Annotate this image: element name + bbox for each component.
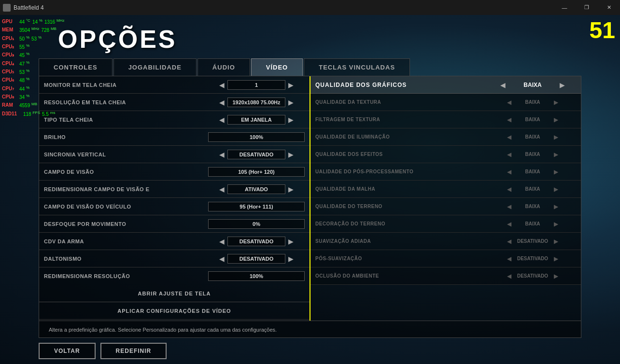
left-setting-row: MONITOR EM TELA CHEIA◀1▶ [39, 76, 310, 94]
right-setting-label: QUALIDADE DA MALHA [315, 186, 489, 192]
reset-button[interactable]: REDEFINIR [100, 343, 167, 359]
close-button[interactable]: ✕ [598, 0, 620, 15]
setting-next-button[interactable]: ▶ [285, 151, 296, 158]
right-setting-prev-button[interactable]: ◀ [505, 99, 513, 106]
right-setting-prev-button[interactable]: ◀ [505, 116, 513, 123]
right-setting-value-text: DESATIVADO [513, 238, 552, 244]
left-setting-value-box: ◀DESATIVADO▶ [208, 254, 305, 264]
setting-value-text: 105 (Hor+ 120) [208, 167, 305, 177]
setting-next-button[interactable]: ▶ [285, 238, 296, 245]
right-setting-label: QUALIDADE DOS EFEITOS [315, 152, 489, 157]
right-setting-value-text: BAIXA [513, 169, 552, 174]
setting-prev-button[interactable]: ◀ [216, 238, 227, 245]
left-setting-value-box: ◀DESATIVADO▶ [208, 150, 305, 159]
right-setting-value-text: BAIXA [513, 204, 552, 209]
hint-text: Altera a predefinição gráfica. Selecione… [44, 323, 282, 336]
setting-prev-button[interactable]: ◀ [216, 81, 227, 89]
left-setting-row: REDIMENSIONAR CAMPO DE VISÃO E◀ATIVADO▶ [39, 181, 310, 198]
left-setting-label: BRILHO [44, 134, 208, 140]
right-setting-next-button[interactable]: ▶ [552, 168, 560, 175]
gpu-mhz: 1316 MHz [44, 18, 64, 26]
setting-next-button[interactable]: ▶ [285, 81, 296, 89]
back-button[interactable]: VOLTAR [39, 343, 96, 359]
right-setting-next-button[interactable]: ▶ [552, 186, 560, 193]
restore-button[interactable]: ❐ [576, 0, 598, 15]
right-setting-row: QUALIDADE DA TEXTURA◀BAIXA▶ [310, 94, 581, 111]
cpu3-val: 45 % [19, 51, 29, 59]
right-setting-prev-button[interactable]: ◀ [505, 134, 513, 140]
tab-video[interactable]: VÍDEO [251, 58, 303, 76]
right-setting-value-box: ◀DESATIVADO▶ [489, 273, 576, 280]
cpu4-val: 47 % [19, 60, 29, 68]
right-setting-label: SUAVIZAÇÃO ADIADA [315, 238, 489, 244]
setting-next-button[interactable]: ▶ [285, 255, 296, 263]
window-title: Battlefield 4 [14, 4, 553, 11]
right-setting-next-button[interactable]: ▶ [552, 203, 560, 210]
right-setting-prev-button[interactable]: ◀ [505, 255, 513, 262]
tab-audio[interactable]: ÁUDIO [197, 58, 250, 76]
tab-jogabilidade[interactable]: JOGABILIDADE [113, 58, 197, 76]
left-setting-label: CAMPO DE VISÃO [44, 169, 208, 175]
tabs-bar: CONTROLES JOGABILIDADE ÁUDIO VÍDEO TECLA… [39, 58, 581, 76]
right-setting-next-button[interactable]: ▶ [552, 151, 560, 158]
setting-prev-button[interactable]: ◀ [216, 116, 227, 124]
left-setting-value-box: 100% [208, 132, 305, 142]
hw-monitor: GPU 44 °C 14 % 1316 MHz MEM 3504 MHz 728… [0, 17, 66, 119]
right-setting-prev-button[interactable]: ◀ [505, 168, 513, 175]
right-setting-label: PÓS-SUAVIZAÇÃO [315, 256, 489, 261]
right-setting-prev-button[interactable]: ◀ [505, 203, 513, 210]
setting-value-text: ATIVADO [227, 184, 285, 194]
minimize-button[interactable]: — [553, 0, 576, 15]
right-setting-value-box: ◀BAIXA▶ [489, 221, 576, 227]
left-setting-label: RESOLUÇÃO EM TELA CHEIA [44, 99, 208, 105]
left-setting-label: CAMPO DE VISÃO DO VEÍCULO [44, 204, 208, 210]
right-setting-row: QUALIDADE DO TERRENO◀BAIXA▶ [310, 198, 581, 215]
setting-next-button[interactable]: ▶ [285, 185, 296, 193]
right-setting-prev-button[interactable]: ◀ [505, 151, 513, 158]
right-setting-next-button[interactable]: ▶ [552, 273, 560, 280]
right-setting-prev-button[interactable]: ◀ [505, 273, 513, 280]
right-setting-next-button[interactable]: ▶ [552, 134, 560, 140]
right-setting-next-button[interactable]: ▶ [552, 116, 560, 123]
right-setting-next-button[interactable]: ▶ [552, 255, 560, 262]
right-setting-value-box: ◀BAIXA▶ [489, 203, 576, 210]
right-setting-label: OCLUSÃO DO AMBIENTE [315, 273, 489, 279]
left-setting-label: MONITOR EM TELA CHEIA [44, 82, 208, 88]
right-setting-value-box: ◀BAIXA▶ [489, 99, 576, 106]
right-setting-next-button[interactable]: ▶ [552, 99, 560, 106]
mem-mb: 728 MB [41, 26, 56, 34]
right-setting-prev-button[interactable]: ◀ [505, 186, 513, 193]
left-setting-value-box: ◀1▶ [208, 80, 305, 90]
quality-prev-button[interactable]: ◀ [497, 81, 508, 89]
app-icon [3, 4, 11, 12]
right-setting-value-text: BAIXA [513, 134, 552, 140]
apply-video-button[interactable]: APLICAR CONFIGURAÇÕES DE VÍDEO [39, 302, 310, 320]
right-setting-row: UALIDADE DO PÓS-PROCESSAMENTO◀BAIXA▶ [310, 163, 581, 181]
gpu-temp: 44 °C [19, 18, 30, 26]
setting-next-button[interactable]: ▶ [285, 98, 296, 106]
right-setting-value-text: DESATIVADO [513, 273, 552, 279]
setting-next-button[interactable]: ▶ [285, 116, 296, 124]
tab-teclas[interactable]: TECLAS VINCULADAS [304, 58, 410, 76]
cpu5-val: 53 % [19, 68, 29, 76]
setting-prev-button[interactable]: ◀ [216, 151, 227, 158]
right-settings-list: QUALIDADE DA TEXTURA◀BAIXA▶FILTRAGEM DE … [310, 94, 581, 285]
quality-next-button[interactable]: ▶ [557, 81, 568, 89]
left-setting-label: TIPO TELA CHEIA [44, 117, 208, 123]
right-setting-prev-button[interactable]: ◀ [505, 221, 513, 227]
right-setting-value-box: ◀BAIXA▶ [489, 134, 576, 140]
setting-prev-button[interactable]: ◀ [216, 185, 227, 193]
quality-value: BAIXA [508, 82, 557, 88]
setting-prev-button[interactable]: ◀ [216, 255, 227, 263]
left-setting-value-box: ◀ATIVADO▶ [208, 184, 305, 194]
right-setting-row: QUALIDADE DOS EFEITOS◀BAIXA▶ [310, 146, 581, 163]
titlebar: Battlefield 4 — ❐ ✕ [0, 0, 620, 15]
left-setting-label: DALTONISMO [44, 256, 208, 262]
right-setting-prev-button[interactable]: ◀ [505, 238, 513, 245]
right-setting-next-button[interactable]: ▶ [552, 221, 560, 227]
right-setting-next-button[interactable]: ▶ [552, 238, 560, 245]
left-setting-value-box: 100% [208, 271, 305, 281]
setting-prev-button[interactable]: ◀ [216, 98, 227, 106]
setting-value-text: 95 (Hor+ 111) [208, 202, 305, 211]
open-adjust-button[interactable]: ABRIR AJUSTE DE TELA [39, 285, 310, 302]
